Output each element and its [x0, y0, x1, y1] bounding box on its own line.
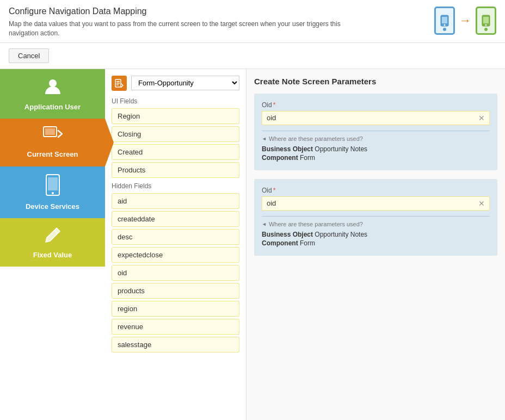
form-icon — [112, 76, 127, 91]
screen-icon — [43, 126, 63, 147]
param1-where-used: Where are these parameters used? Busines… — [262, 131, 490, 162]
param2-clear-button[interactable]: ✕ — [478, 199, 485, 208]
field-products-hidden[interactable]: products — [112, 283, 239, 299]
field-created[interactable]: Created — [112, 144, 239, 160]
field-region[interactable]: Region — [112, 108, 239, 124]
field-revenue[interactable]: revenue — [112, 319, 239, 335]
field-salesstage[interactable]: salesstage — [112, 337, 239, 353]
svg-rect-8 — [45, 128, 55, 135]
param1-business-object: Business Object Opportunity Notes — [262, 145, 490, 153]
toolbar: Cancel — [0, 43, 505, 69]
field-closing[interactable]: Closing — [112, 126, 239, 142]
svg-point-2 — [444, 24, 446, 26]
svg-point-6 — [49, 79, 57, 87]
param-card-1: Oid* oid ✕ Where are these parameters us… — [254, 94, 497, 170]
param1-value: oid — [267, 114, 475, 122]
cancel-button[interactable]: Cancel — [9, 48, 49, 63]
hidden-fields-label: Hidden Fields — [112, 182, 239, 190]
sidebar-item-current-screen[interactable]: Current Screen — [0, 119, 105, 166]
arrow-icon: → — [459, 14, 471, 28]
param1-input-row[interactable]: oid ✕ — [262, 111, 490, 125]
svg-point-5 — [485, 24, 487, 26]
right-panel: Create Note Screen Parameters Oid* oid ✕… — [247, 69, 505, 420]
pencil-icon — [44, 226, 62, 248]
field-aid[interactable]: aid — [112, 193, 239, 209]
param2-where-used: Where are these parameters used? Busines… — [262, 216, 490, 247]
target-phone-icon — [476, 7, 496, 35]
ui-fields-label: UI Fields — [112, 97, 239, 105]
navigation-graphic: → — [434, 7, 496, 35]
field-oid[interactable]: oid — [112, 265, 239, 281]
form-selector-row: Form-Opportunity — [112, 76, 239, 91]
svg-point-11 — [52, 192, 54, 194]
page-header: Configure Navigation Data Mapping Map th… — [0, 0, 505, 43]
source-phone-icon — [434, 7, 455, 35]
form-dropdown[interactable]: Form-Opportunity — [131, 76, 239, 90]
field-createddate[interactable]: createddate — [112, 211, 239, 227]
svg-rect-4 — [483, 17, 489, 23]
sidebar-item-app-user[interactable]: Application User — [0, 69, 105, 119]
param2-where-used-label: Where are these parameters used? — [262, 221, 490, 227]
page-subtitle: Map the data values that you want to pas… — [9, 20, 362, 38]
sidebar-label-current-screen: Current Screen — [27, 150, 78, 158]
sidebar-label-device-services: Device Services — [26, 202, 79, 211]
ui-fields-list: Region Closing Created Products — [112, 108, 239, 178]
param1-label: Oid* — [262, 101, 490, 109]
sidebar: Application User Current Screen — [0, 69, 105, 420]
svg-rect-10 — [48, 177, 58, 190]
field-desc[interactable]: desc — [112, 229, 239, 245]
param1-component: Component Form — [262, 154, 490, 162]
sidebar-label-fixed-value: Fixed Value — [33, 251, 72, 259]
field-expectedclose[interactable]: expectedclose — [112, 247, 239, 263]
param-card-2: Oid* oid ✕ Where are these parameters us… — [254, 179, 497, 256]
svg-rect-1 — [442, 17, 447, 23]
field-region-hidden[interactable]: region — [112, 301, 239, 317]
sidebar-item-device-services[interactable]: Device Services — [0, 166, 105, 218]
main-content: Application User Current Screen — [0, 69, 505, 420]
device-icon — [45, 174, 60, 199]
param2-component: Component Form — [262, 239, 490, 247]
sidebar-item-fixed-value[interactable]: Fixed Value — [0, 218, 105, 267]
hidden-fields-list: aid createddate desc expectedclose oid p… — [112, 193, 239, 353]
page-title: Configure Navigation Data Mapping — [9, 7, 496, 16]
param1-where-used-label: Where are these parameters used? — [262, 135, 490, 142]
field-products[interactable]: Products — [112, 162, 239, 178]
param2-label: Oid* — [262, 187, 490, 194]
person-icon — [43, 77, 63, 100]
sidebar-label-app-user: Application User — [24, 103, 81, 111]
param1-clear-button[interactable]: ✕ — [478, 114, 485, 122]
param2-input-row[interactable]: oid ✕ — [262, 196, 490, 211]
param2-business-object: Business Object Opportunity Notes — [262, 231, 490, 238]
param2-value: oid — [267, 199, 475, 207]
middle-panel: Form-Opportunity UI Fields Region Closin… — [105, 69, 247, 420]
right-panel-title: Create Note Screen Parameters — [254, 77, 497, 86]
